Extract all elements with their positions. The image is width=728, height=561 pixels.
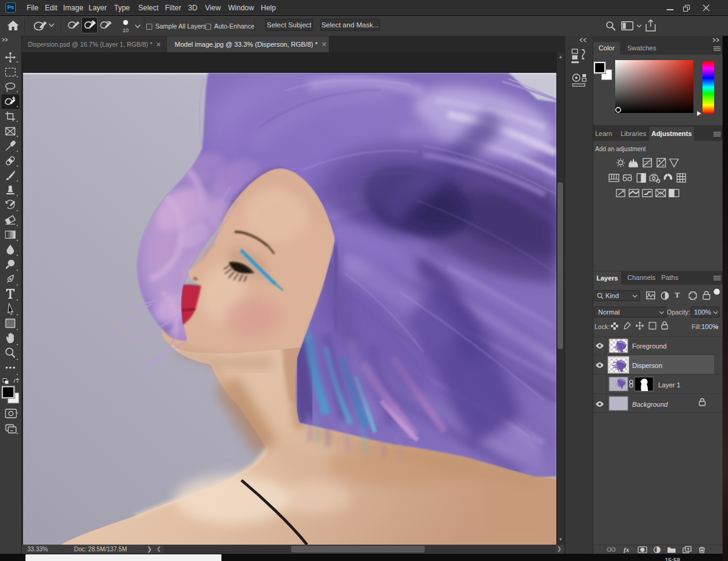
svg-text:Disperson: Disperson bbox=[632, 362, 662, 369]
svg-text:Foreground: Foreground bbox=[632, 342, 667, 350]
svg-text:fx: fx bbox=[624, 546, 630, 553]
svg-text:10: 10 bbox=[123, 27, 129, 33]
svg-text:Layer 1: Layer 1 bbox=[658, 381, 681, 389]
svg-text:Background: Background bbox=[632, 401, 669, 408]
